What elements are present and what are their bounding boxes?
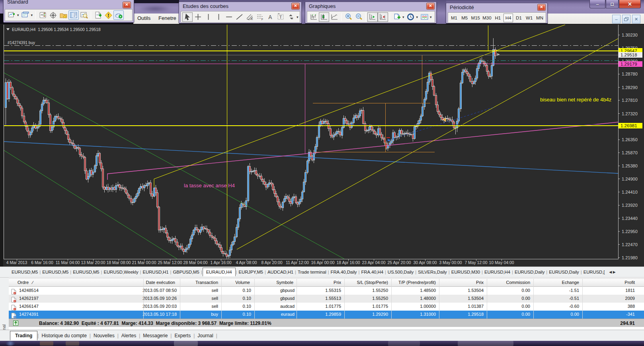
svg-text:11 Mar 04:00: 11 Mar 04:00: [56, 260, 80, 265]
svg-text:1.29518: 1.29518: [621, 52, 637, 57]
svg-text:25 Apr 20:00: 25 Apr 20:00: [388, 260, 411, 265]
svg-text:7 May 12:00: 7 May 12:00: [464, 260, 487, 265]
svg-text:1.26981: 1.26981: [621, 123, 637, 128]
svg-text:la tasse avec anse H4: la tasse avec anse H4: [184, 183, 235, 189]
svg-text:1.23440: 1.23440: [622, 216, 638, 221]
svg-text:21 Mar 00:00: 21 Mar 00:00: [132, 260, 156, 265]
svg-text:F: F: [261, 17, 263, 21]
svg-text:16 Apr 00:00: 16 Apr 00:00: [311, 260, 335, 265]
svg-text:1.22470: 1.22470: [622, 242, 638, 247]
svg-text:1.24410: 1.24410: [622, 190, 638, 194]
svg-text:1.30230: 1.30230: [622, 33, 638, 37]
svg-text:1.23920: 1.23920: [622, 203, 638, 208]
svg-text:10 May 04:00: 10 May 04:00: [489, 260, 514, 265]
svg-text:#14274391 buy: #14274391 buy: [8, 41, 35, 45]
svg-text:1.24900: 1.24900: [622, 177, 638, 181]
svg-text:11 Apr 12:00: 11 Apr 12:00: [286, 260, 309, 265]
svg-text:1.29179: 1.29179: [621, 62, 637, 66]
svg-text:1.27810: 1.27810: [622, 98, 638, 103]
svg-text:6 Mar 16:00: 6 Mar 16:00: [31, 260, 53, 265]
svg-text:T: T: [279, 14, 282, 19]
svg-text:8 Apr 20:00: 8 Apr 20:00: [261, 260, 282, 265]
svg-text:18 Mar 08:00: 18 Mar 08:00: [106, 260, 131, 265]
svg-text:28 Mar 04:00: 28 Mar 04:00: [183, 260, 207, 265]
svg-text:18 Apr 16:00: 18 Apr 16:00: [337, 260, 360, 265]
svg-text:23 Apr 04:00: 23 Apr 04:00: [362, 260, 386, 265]
svg-text:EURAUD,H4 1.29506 1.29534 1.2: EURAUD,H4 1.29506 1.29534 1.29500 1.2951…: [12, 27, 101, 32]
svg-text:4 Apr 08:00: 4 Apr 08:00: [236, 260, 257, 265]
svg-text:1.25870: 1.25870: [622, 150, 638, 155]
svg-text:4 Mar 2013: 4 Mar 2013: [6, 260, 27, 265]
svg-text:A: A: [268, 14, 272, 20]
svg-text:25 Mar 12:00: 25 Mar 12:00: [158, 260, 182, 265]
svg-text:1.21980: 1.21980: [622, 255, 638, 260]
svg-text:1.22950: 1.22950: [622, 229, 638, 234]
svg-text:1.28290: 1.28290: [622, 85, 638, 90]
svg-text:1.28780: 1.28780: [622, 72, 638, 76]
svg-text:13 Mar 20:00: 13 Mar 20:00: [81, 260, 105, 265]
svg-text:3 May 00:00: 3 May 00:00: [439, 260, 462, 265]
svg-text:1.25380: 1.25380: [622, 163, 638, 168]
svg-text:1.26350: 1.26350: [622, 137, 638, 142]
svg-text:30 Apr 08:00: 30 Apr 08:00: [414, 260, 437, 265]
svg-text:1.27320: 1.27320: [622, 111, 638, 116]
svg-text:biseau bien net repéré de 4b4z: biseau bien net repéré de 4b4z: [540, 97, 611, 103]
svg-text:E: E: [251, 17, 253, 21]
svg-text:1 Apr 16:00: 1 Apr 16:00: [210, 260, 231, 265]
